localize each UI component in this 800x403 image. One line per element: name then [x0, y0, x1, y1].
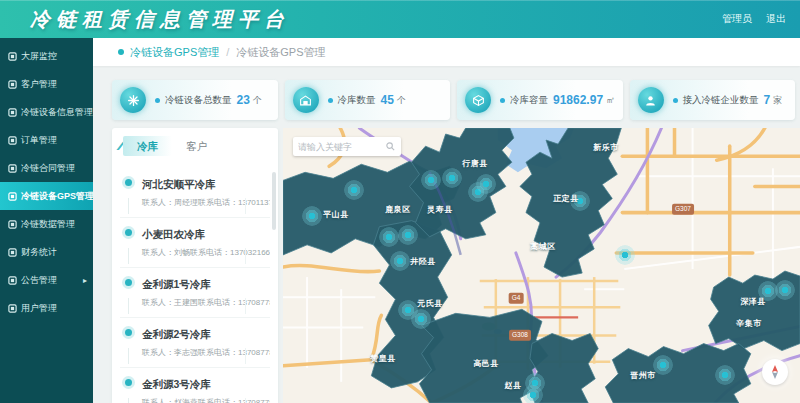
stat-value: 23 — [237, 93, 250, 107]
scrollbar[interactable] — [272, 172, 276, 399]
district-name: 鹿泉区 — [385, 205, 411, 214]
list-item[interactable]: 金利源2号冷库 联系人：李志强 联系电话：13708778156 — [120, 318, 270, 368]
app-header: 冷链租赁信息管理平台 管理员 退出 — [0, 0, 800, 38]
cold-storage-dot-icon — [122, 226, 135, 239]
sidebar-item[interactable]: 冷链数据管理 ▸ — [0, 210, 93, 238]
contact-name: 周经理 — [174, 198, 198, 207]
search-icon[interactable] — [385, 141, 396, 152]
district-name: 元氏县 — [417, 299, 443, 308]
cold-storage-dot-icon — [122, 376, 135, 389]
user-name[interactable]: 管理员 — [722, 12, 752, 26]
district-name: 赵县 — [505, 381, 522, 390]
bullet-dot-icon — [500, 98, 505, 103]
list-item-meta: 联系人：周经理 联系电话：13701137117 — [142, 197, 268, 208]
cold-storage-dot-icon — [122, 326, 135, 339]
phone-label: 联系电话： — [190, 248, 230, 257]
contact-name: 刘畅 — [174, 248, 190, 257]
stat-card-capacity: 冷库容量 91862.97 ㎡ — [457, 80, 623, 120]
stat-card-devices: 冷链设备总数量 23 个 — [112, 80, 278, 120]
sidebar-item[interactable]: 大屏监控 ▸ — [0, 42, 93, 70]
sidebar-item-label: 冷链设备GPS管理 — [21, 190, 93, 203]
breadcrumb-separator: / — [226, 46, 229, 58]
logout-button[interactable]: 退出 — [766, 12, 786, 26]
sidebar-item[interactable]: 公告管理 ▸ — [0, 266, 93, 294]
breadcrumb: 冷链设备GPS管理 / 冷链设备GPS管理 — [93, 38, 800, 66]
stat-unit: 家 — [773, 94, 782, 107]
sidebar-item-label: 公告管理 — [21, 274, 57, 287]
list-item-meta: 联系人：王建国 联系电话：13708778123 — [142, 297, 268, 308]
road-number: G308 — [512, 331, 528, 338]
district-label: 行唐县 — [462, 158, 488, 169]
map-marker[interactable] — [344, 180, 364, 200]
tabs-wrap: 冷库 客户 — [123, 136, 270, 156]
breadcrumb-dot-icon — [118, 49, 124, 55]
sidebar-item[interactable]: 冷链设备GPS管理 ▸ — [0, 182, 93, 210]
sidebar-item[interactable]: 财务统计 ▸ — [0, 238, 93, 266]
map-marker[interactable] — [390, 251, 410, 271]
menu-grid-icon — [8, 248, 17, 257]
sidebar-item[interactable]: 冷链合同管理 ▸ — [0, 154, 93, 182]
map-marker[interactable] — [379, 227, 399, 247]
breadcrumb-root[interactable]: 冷链设备GPS管理 — [130, 45, 219, 60]
sidebar-item[interactable]: 客户管理 ▸ — [0, 70, 93, 98]
sidebar-item[interactable]: 用户管理 ▸ — [0, 294, 93, 322]
district-label: 晋州市 — [630, 370, 656, 381]
district-name: 深泽县 — [740, 297, 766, 306]
map-search-input[interactable] — [298, 142, 385, 152]
stat-value: 7 — [764, 93, 771, 107]
district-label: 赵县 — [505, 380, 522, 391]
list-item[interactable]: 小麦田农冷库 联系人：刘畅 联系电话：13703216608 — [120, 218, 270, 268]
map-marker[interactable] — [715, 365, 735, 385]
map-marker[interactable] — [442, 168, 462, 188]
scrollbar-thumb[interactable] — [272, 172, 276, 230]
district-name: 井陉县 — [410, 257, 436, 266]
sidebar-item-label: 大屏监控 — [21, 50, 57, 63]
list-item[interactable]: 金利源1号冷库 联系人：王建国 联系电话：13708778123 — [120, 268, 270, 318]
district-label: 深泽县 — [740, 296, 766, 307]
map-marker[interactable] — [615, 245, 635, 265]
header-user-area: 管理员 退出 — [722, 0, 786, 38]
sidebar-item-label: 冷链合同管理 — [21, 162, 75, 175]
stat-label: 冷链设备总数量 — [165, 94, 232, 107]
user-icon — [638, 87, 664, 113]
stat-unit: 个 — [253, 94, 262, 107]
list-item-meta: 联系人：李志强 联系电话：13708778156 — [142, 347, 268, 358]
contact-name: 李志强 — [174, 348, 198, 357]
district-name: 正定县 — [553, 194, 579, 203]
map-marker[interactable] — [411, 309, 431, 329]
map-marker[interactable] — [775, 280, 795, 300]
compass-control[interactable] — [762, 359, 788, 385]
bullet-dot-icon — [155, 98, 160, 103]
list-item[interactable]: 河北安顺平冷库 联系人：周经理 联系电话：13701137117 — [120, 168, 270, 218]
district-label: 元氏县 — [417, 298, 443, 309]
phone-number: 13708778123 — [238, 298, 270, 307]
map-marker[interactable] — [421, 170, 441, 190]
phone-number: 13708778190 — [238, 398, 270, 403]
menu-grid-icon — [8, 276, 17, 285]
map-marker[interactable] — [476, 174, 496, 194]
sidebar-item-label: 冷链设备信息管理 — [21, 106, 93, 119]
sidebar-item[interactable]: 订单管理 ▸ — [0, 126, 93, 154]
map-marker[interactable] — [398, 225, 418, 245]
cold-storage-name: 金利源2号冷库 — [142, 328, 211, 340]
map-marker[interactable] — [523, 385, 543, 403]
phone-label: 联系电话： — [198, 398, 238, 403]
district-name: 新乐市 — [593, 143, 619, 152]
road-number: G307 — [675, 205, 691, 212]
compass-needle-icon — [767, 364, 783, 380]
menu-grid-icon — [8, 192, 17, 201]
sidebar-item[interactable]: 冷链设备信息管理 ▸ — [0, 98, 93, 126]
road-shield-label: G4 — [509, 293, 524, 304]
map-marker[interactable] — [302, 206, 322, 226]
stat-label: 冷库数量 — [338, 94, 376, 107]
list-item[interactable]: 金利源3号冷库 联系人：赵海燕 联系电话：13708778190 — [120, 368, 270, 403]
cold-storage-name: 小麦田农冷库 — [142, 228, 205, 240]
tab[interactable]: 客户 — [172, 136, 221, 156]
tab[interactable]: 冷库 — [123, 136, 172, 156]
map-canvas[interactable]: 平山县鹿泉区灵寿县行唐县新乐市正定县藁城区井陉县元氏县赞皇县高邑县赵县晋州市深泽… — [283, 128, 800, 403]
cold-storage-name: 金利源3号冷库 — [142, 378, 211, 390]
menu-grid-icon — [8, 52, 17, 61]
district-name: 平山县 — [323, 210, 349, 219]
cold-storage-name: 金利源1号冷库 — [142, 278, 211, 290]
district-name: 辛集市 — [736, 319, 762, 328]
